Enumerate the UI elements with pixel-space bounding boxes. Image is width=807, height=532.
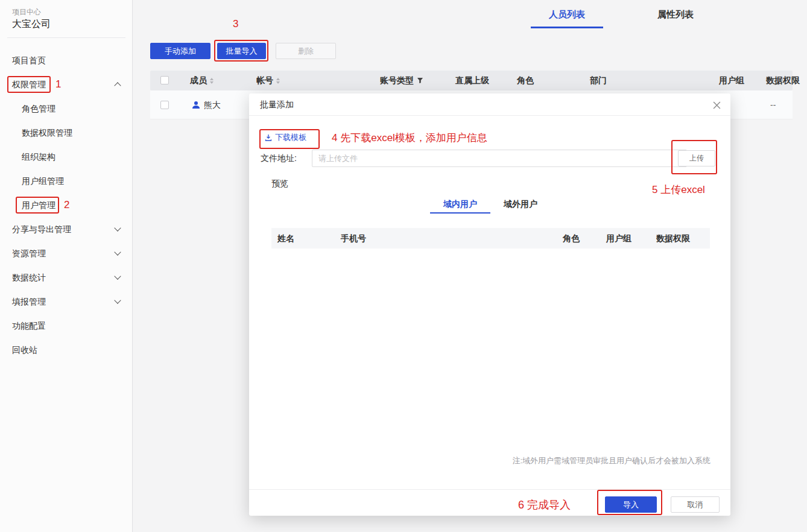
sidebar-item-recycle-bin[interactable]: 回收站	[0, 338, 132, 362]
modal-tab-internal-users[interactable]: 域内用户	[430, 196, 490, 212]
column-label: 数据权限	[766, 71, 800, 90]
delete-button[interactable]: 删除	[276, 43, 336, 59]
download-template-label: 下载模板	[275, 132, 306, 143]
preview-column-phone: 手机号	[341, 228, 366, 249]
modal-footer-divider	[249, 489, 730, 490]
column-header-user-group: 用户组	[719, 71, 744, 90]
member-table-header: 成员 帐号 账号类型 直属上级 角色 部门 用户组 数据权限	[150, 71, 793, 90]
cancel-button[interactable]: 取消	[671, 496, 720, 513]
sidebar-item-label: 用户组管理	[22, 176, 64, 186]
sidebar-item-label: 角色管理	[22, 104, 55, 113]
preview-column-name: 姓名	[277, 228, 294, 249]
sidebar-item-feature-config[interactable]: 功能配置	[0, 314, 132, 338]
user-avatar-icon	[192, 101, 200, 112]
sidebar-item-project-home[interactable]: 项目首页	[0, 48, 132, 72]
company-name[interactable]: 大宝公司	[12, 18, 51, 31]
batch-add-modal: 批量添加 下载模板 文件地址: 上传 预览 域内用户 域外用户 姓名 手机号 角…	[249, 93, 730, 516]
chevron-down-icon	[114, 297, 121, 303]
sidebar-item-label: 资源管理	[12, 249, 46, 258]
annotation-text-step4: 4 先下载excel模板，添加用户信息	[332, 131, 487, 145]
download-icon	[265, 134, 272, 141]
filter-icon[interactable]	[417, 77, 423, 84]
file-path-input[interactable]	[312, 150, 687, 167]
column-header-member[interactable]: 成员	[190, 71, 214, 90]
upload-button[interactable]: 上传	[678, 150, 715, 166]
preview-column-user-group: 用户组	[606, 228, 631, 249]
sidebar: 项目中心 大宝公司 项目首页 权限管理 角色管理 数据权限管理 组织架构 用户组…	[0, 0, 133, 532]
column-header-data-permission: 数据权限	[766, 71, 800, 90]
sidebar-item-label: 数据权限管理	[22, 128, 72, 138]
close-icon[interactable]	[710, 98, 723, 112]
active-tab-underline	[531, 27, 603, 28]
batch-import-button[interactable]: 批量导入	[217, 43, 266, 59]
preview-column-role: 角色	[563, 228, 580, 249]
column-label: 帐号	[256, 71, 273, 90]
sidebar-item-label: 组织架构	[22, 152, 55, 162]
file-path-label: 文件地址:	[261, 150, 297, 167]
download-template-button[interactable]: 下载模板	[265, 132, 306, 143]
sidebar-item-data-permission-management[interactable]: 数据权限管理	[0, 121, 132, 145]
annotation-text-step2: 2	[64, 199, 69, 211]
data-permission-value: --	[770, 90, 776, 119]
tab-attribute-list[interactable]: 属性列表	[639, 0, 712, 28]
app: 项目中心 大宝公司 项目首页 权限管理 角色管理 数据权限管理 组织架构 用户组…	[0, 0, 807, 532]
manual-add-button[interactable]: 手动添加	[150, 43, 210, 59]
preview-column-data-permission: 数据权限	[656, 228, 690, 249]
sidebar-item-label: 项目首页	[12, 55, 46, 65]
annotation-text-step5: 5 上传excel	[652, 183, 705, 197]
annotation-text-step1: 1	[55, 78, 61, 90]
sidebar-item-label: 用户管理	[22, 200, 55, 210]
column-label: 部门	[590, 71, 607, 90]
modal-active-tab-underline	[430, 212, 490, 214]
modal-title: 批量添加	[260, 93, 294, 116]
sort-icon[interactable]	[210, 78, 214, 84]
column-header-role: 角色	[517, 71, 534, 90]
column-label: 角色	[517, 71, 534, 90]
project-center-label: 项目中心	[12, 7, 41, 17]
sidebar-item-role-management[interactable]: 角色管理	[0, 97, 132, 121]
sidebar-item-data-statistics[interactable]: 数据统计	[0, 265, 132, 290]
sidebar-item-label: 功能配置	[12, 321, 46, 331]
sidebar-item-resource-management[interactable]: 资源管理	[0, 241, 132, 265]
row-checkbox[interactable]	[160, 101, 169, 109]
column-label: 账号类型	[380, 71, 414, 90]
column-header-direct-superior: 直属上级	[455, 71, 489, 90]
preview-table-header: 姓名 手机号 角色 用户组 数据权限	[271, 228, 710, 249]
chevron-down-icon	[114, 224, 121, 231]
column-label: 用户组	[719, 71, 744, 90]
sidebar-item-label: 回收站	[12, 345, 37, 355]
sidebar-item-permission-management[interactable]: 权限管理	[0, 72, 132, 97]
external-user-note: 注:域外用户需域管理员审批且用户确认后才会被加入系统	[512, 455, 710, 466]
modal-tab-external-users[interactable]: 域外用户	[490, 196, 551, 212]
import-button[interactable]: 导入	[605, 496, 657, 513]
annotation-text-step6: 6 完成导入	[518, 498, 571, 512]
chevron-up-icon	[114, 82, 121, 89]
annotation-text-step3: 3	[233, 18, 238, 30]
chevron-down-icon	[114, 249, 121, 255]
preview-label: 预览	[271, 179, 288, 189]
modal-header: 批量添加	[249, 93, 730, 116]
column-header-account-type[interactable]: 账号类型	[380, 71, 423, 90]
sidebar-item-org-structure[interactable]: 组织架构	[0, 145, 132, 169]
sidebar-item-label: 数据统计	[12, 273, 46, 282]
sidebar-item-label: 填报管理	[12, 297, 46, 306]
sidebar-item-form-management[interactable]: 填报管理	[0, 290, 132, 314]
sidebar-item-share-export-management[interactable]: 分享与导出管理	[0, 217, 132, 241]
chevron-down-icon	[114, 273, 121, 279]
tab-person-list[interactable]: 人员列表	[531, 0, 603, 28]
sidebar-divider	[7, 37, 125, 38]
sidebar-item-user-group-management[interactable]: 用户组管理	[0, 169, 132, 193]
sort-icon[interactable]	[276, 78, 280, 84]
member-name: 熊大	[204, 90, 221, 119]
column-label: 直属上级	[455, 71, 489, 90]
column-header-account[interactable]: 帐号	[256, 71, 280, 90]
select-all-checkbox[interactable]	[160, 76, 169, 84]
column-header-department: 部门	[590, 71, 607, 90]
column-label: 成员	[190, 71, 207, 90]
sidebar-item-label: 权限管理	[12, 80, 46, 89]
sidebar-item-label: 分享与导出管理	[12, 224, 71, 234]
